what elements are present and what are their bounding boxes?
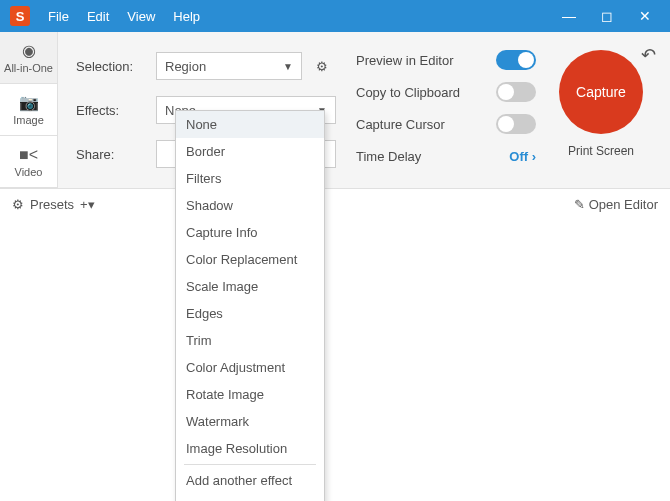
open-editor-label: Open Editor (589, 197, 658, 212)
sidebar-item-video[interactable]: ■< Video (0, 136, 57, 188)
menu-view[interactable]: View (119, 5, 163, 28)
sidebar-item-allinone[interactable]: ◉ All-in-One (0, 32, 57, 84)
target-icon: ◉ (22, 41, 36, 60)
separator (184, 464, 316, 465)
toggle-preview[interactable] (496, 50, 536, 70)
capture-column: ↶ Capture Print Screen (546, 44, 656, 176)
option-label: Preview in Editor (356, 53, 454, 68)
chevron-down-icon: ▼ (283, 61, 293, 72)
presets-label: Presets (30, 197, 74, 212)
dropdown-item[interactable]: Shadow (176, 192, 324, 219)
menubar: File Edit View Help (40, 5, 208, 28)
bottom-bar: ⚙ Presets +▾ ✎ Open Editor (0, 188, 670, 220)
undo-icon: ↶ (641, 45, 656, 65)
dropdown-item[interactable]: Capture Info (176, 219, 324, 246)
options-column: Preview in Editor Copy to Clipboard Capt… (356, 44, 536, 176)
open-editor-button[interactable]: ✎ Open Editor (574, 197, 658, 212)
row-selection: Selection: Region ▼ ⚙ (76, 44, 336, 88)
label-effects: Effects: (76, 103, 156, 118)
toggle-clipboard[interactable] (496, 82, 536, 102)
dropdown-item[interactable]: None (176, 111, 324, 138)
option-label: Time Delay (356, 149, 421, 164)
menu-file[interactable]: File (40, 5, 77, 28)
plus-icon: +▾ (80, 197, 95, 212)
option-clipboard: Copy to Clipboard (356, 76, 536, 108)
dropdown-item[interactable]: Color Replacement (176, 246, 324, 273)
maximize-button[interactable]: ◻ (592, 8, 622, 24)
toggle-cursor[interactable] (496, 114, 536, 134)
app-body: ◉ All-in-One 📷 Image ■< Video Selection:… (0, 32, 670, 188)
option-timedelay: Time Delay Off › (356, 140, 536, 172)
label-selection: Selection: (76, 59, 156, 74)
menu-help[interactable]: Help (165, 5, 208, 28)
dropdown-item[interactable]: Image Resolution (176, 435, 324, 462)
video-icon: ■< (19, 146, 38, 164)
presets-button[interactable]: ⚙ Presets +▾ (12, 197, 95, 212)
dropdown-item[interactable]: Scale Image (176, 273, 324, 300)
gear-icon: ⚙ (316, 59, 328, 74)
undo-button[interactable]: ↶ (641, 44, 656, 66)
main-panel: Selection: Region ▼ ⚙ Effects: None ▼ Sh… (58, 32, 670, 188)
dropdown-item[interactable]: Border (176, 138, 324, 165)
dropdown-item[interactable]: Add another effect (176, 467, 324, 494)
dropdown-item[interactable]: Color Adjustment (176, 354, 324, 381)
menu-edit[interactable]: Edit (79, 5, 117, 28)
dropdown-item[interactable]: Rotate Image (176, 381, 324, 408)
timedelay-link[interactable]: Off › (509, 149, 536, 164)
dropdown-item[interactable]: Remove this effect (176, 494, 324, 501)
selection-dropdown[interactable]: Region ▼ (156, 52, 302, 80)
titlebar: S File Edit View Help — ◻ ✕ (0, 0, 670, 32)
minimize-button[interactable]: — (554, 8, 584, 24)
sidebar-label: Image (13, 114, 44, 126)
dropdown-item[interactable]: Watermark (176, 408, 324, 435)
capture-button[interactable]: Capture (559, 50, 643, 134)
edit-icon: ✎ (574, 197, 585, 212)
sidebar-label: Video (15, 166, 43, 178)
option-label: Capture Cursor (356, 117, 445, 132)
selection-settings-button[interactable]: ⚙ (308, 52, 336, 80)
close-button[interactable]: ✕ (630, 8, 660, 24)
option-label: Copy to Clipboard (356, 85, 460, 100)
option-cursor: Capture Cursor (356, 108, 536, 140)
app-logo: S (10, 6, 30, 26)
camera-icon: 📷 (19, 93, 39, 112)
effects-dropdown-menu: NoneBorderFiltersShadowCapture InfoColor… (175, 110, 325, 501)
dropdown-item[interactable]: Edges (176, 300, 324, 327)
capture-hint: Print Screen (568, 144, 634, 158)
window-controls: — ◻ ✕ (554, 8, 660, 24)
selection-value: Region (165, 59, 283, 74)
sidebar: ◉ All-in-One 📷 Image ■< Video (0, 32, 58, 188)
dropdown-item[interactable]: Trim (176, 327, 324, 354)
dropdown-item[interactable]: Filters (176, 165, 324, 192)
label-share: Share: (76, 147, 156, 162)
option-preview: Preview in Editor (356, 44, 536, 76)
sidebar-label: All-in-One (4, 62, 53, 74)
sidebar-item-image[interactable]: 📷 Image (0, 84, 57, 136)
gear-icon: ⚙ (12, 197, 24, 212)
